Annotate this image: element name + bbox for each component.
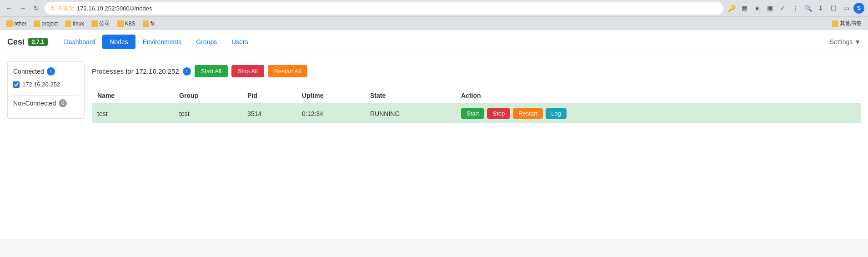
security-label: 不安全: [58, 5, 74, 12]
bookmark-fx[interactable]: fx: [140, 20, 157, 28]
profile-avatar[interactable]: S: [853, 3, 864, 14]
start-button[interactable]: Start: [461, 108, 484, 119]
bookmark-label: project: [41, 20, 58, 27]
bookmark-label: K8S: [125, 20, 135, 27]
grid-icon[interactable]: ⋮: [790, 3, 801, 14]
col-header-action: Action: [456, 88, 861, 103]
app-logo: Cesi 2.7.1: [7, 37, 48, 47]
screenshot-icon[interactable]: ▣: [764, 3, 775, 14]
bookmark-icon[interactable]: ★: [752, 3, 763, 14]
app-header: Cesi 2.7.1 Dashboard Nodes Environments …: [0, 30, 868, 54]
not-connected-label: Not-Connected: [13, 100, 56, 107]
maximize-icon[interactable]: ▭: [841, 3, 852, 14]
settings-caret: ▼: [854, 38, 861, 45]
bookmark-linux[interactable]: linux: [62, 20, 87, 28]
bookmark-k8s[interactable]: K8S: [115, 20, 138, 28]
settings-menu[interactable]: Settings ▼: [830, 38, 861, 45]
col-header-uptime: Uptime: [296, 88, 365, 103]
folder-icon: [117, 20, 124, 27]
folder-icon: [6, 20, 13, 27]
plugin-icon[interactable]: ✓: [777, 3, 788, 14]
processes-count-badge: 1: [183, 67, 191, 76]
log-button[interactable]: Log: [546, 108, 567, 119]
password-icon[interactable]: 🔑: [726, 3, 737, 14]
restart-button[interactable]: Restart: [513, 108, 543, 119]
sidebar-divider: [13, 95, 79, 96]
node-checkbox[interactable]: [13, 81, 20, 88]
minimize-icon[interactable]: ☐: [828, 3, 839, 14]
bookmark-project[interactable]: project: [31, 20, 60, 28]
node-item: 172.16.20.252: [13, 79, 79, 90]
tab-environments[interactable]: Environments: [135, 35, 189, 49]
app-name: Cesi: [7, 37, 25, 47]
table-row: test test 3514 0:12:34 RUNNING Start Sto…: [92, 103, 861, 123]
folder-icon: [65, 20, 71, 27]
not-connected-header: Not-Connected 0: [13, 99, 79, 107]
cell-group: test: [174, 103, 242, 123]
cell-action: Start Stop Restart Log: [456, 103, 861, 123]
processes-title: Processes for 172.16.20.252: [92, 67, 179, 75]
extensions-icon[interactable]: ▦: [739, 3, 750, 14]
restart-all-button[interactable]: Restart All: [268, 65, 307, 77]
folder-icon: [143, 20, 149, 27]
other-bookmarks[interactable]: 其他书签: [829, 19, 864, 28]
tab-dashboard[interactable]: Dashboard: [57, 35, 103, 49]
action-buttons: Start Stop Restart Log: [461, 108, 855, 119]
sidebar: Connected 1 172.16.20.252 Not-Connected …: [7, 61, 85, 119]
settings-label: Settings: [830, 38, 853, 45]
col-header-pid: Pid: [242, 88, 296, 103]
other-bookmarks-label: 其他书签: [840, 20, 862, 27]
cell-state: RUNNING: [365, 103, 456, 123]
folder-icon: [91, 20, 98, 27]
bookmark-label: other: [14, 20, 26, 27]
main-nav: Dashboard Nodes Environments Groups User…: [57, 35, 256, 49]
cell-pid: 3514: [242, 103, 296, 123]
stop-all-button[interactable]: Stop All: [231, 65, 264, 77]
start-all-button[interactable]: Start All: [195, 65, 228, 77]
bookmark-company[interactable]: 公司: [89, 19, 113, 28]
col-header-state: State: [365, 88, 456, 103]
bookmark-label: linux: [73, 20, 84, 27]
col-header-group: Group: [174, 88, 242, 103]
reload-button[interactable]: ↻: [31, 3, 42, 14]
processes-header: Processes for 172.16.20.252 1 Start All …: [92, 61, 861, 81]
folder-icon: [34, 20, 40, 27]
process-table: Name Group Pid Uptime State Action test …: [92, 88, 861, 123]
table-header-row: Name Group Pid Uptime State Action: [92, 88, 861, 103]
forward-button[interactable]: →: [17, 3, 28, 14]
tab-groups[interactable]: Groups: [189, 35, 224, 49]
stop-button[interactable]: Stop: [487, 108, 510, 119]
security-icon: ⚠: [50, 5, 55, 11]
not-connected-count-badge: 0: [59, 99, 67, 107]
connected-header: Connected 1: [13, 67, 79, 76]
tab-nodes[interactable]: Nodes: [102, 35, 135, 49]
col-header-name: Name: [92, 88, 174, 103]
content-area: Processes for 172.16.20.252 1 Start All …: [92, 61, 861, 123]
cell-name: test: [92, 103, 174, 123]
back-button[interactable]: ←: [4, 3, 15, 14]
download-icon[interactable]: ↧: [815, 3, 826, 14]
connected-count-badge: 1: [47, 67, 55, 76]
version-badge: 2.7.1: [28, 38, 48, 46]
tab-users[interactable]: Users: [224, 35, 256, 49]
url-display: 172.16.10.252:5000/#/nodes: [77, 5, 152, 12]
node-label[interactable]: 172.16.20.252: [22, 81, 60, 88]
bookmarks-bar: other project linux 公司 K8S fx 其他书签: [0, 16, 868, 30]
main-layout: Connected 1 172.16.20.252 Not-Connected …: [0, 54, 868, 131]
cell-uptime: 0:12:34: [296, 103, 365, 123]
search-icon[interactable]: 🔍: [803, 3, 813, 14]
address-bar[interactable]: ⚠ 不安全 172.16.10.252:5000/#/nodes: [45, 2, 723, 15]
bookmark-label: fx: [151, 20, 155, 27]
bookmark-other[interactable]: other: [4, 20, 29, 28]
connected-section: Connected 1 172.16.20.252: [13, 67, 79, 90]
not-connected-section: Not-Connected 0: [13, 99, 79, 107]
folder-icon: [832, 20, 838, 27]
connected-label: Connected: [13, 68, 44, 75]
bookmark-label: 公司: [99, 20, 110, 27]
